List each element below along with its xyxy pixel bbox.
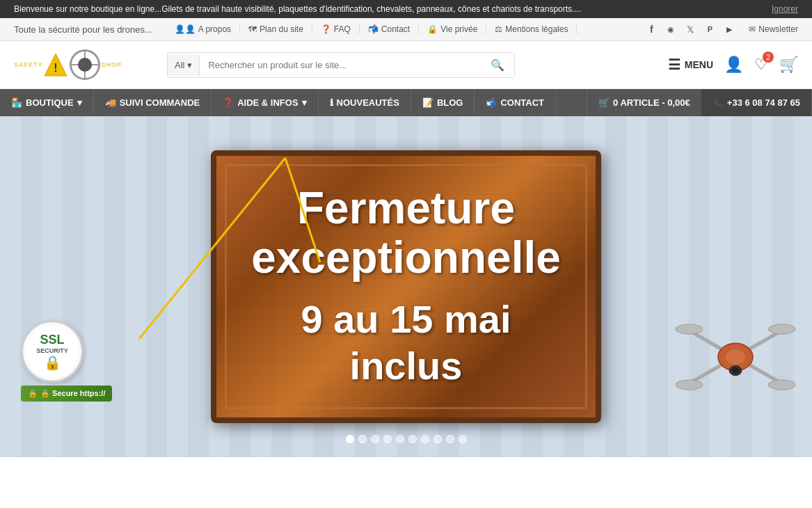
svg-point-15	[732, 367, 740, 374]
nav-link-apropos[interactable]: 👤 A propos	[166, 24, 240, 34]
svg-line-3	[285, 158, 320, 262]
svg-text:!: !	[54, 62, 57, 74]
person-icon: 👤	[724, 56, 743, 73]
shop-icon: 🏪	[11, 97, 22, 108]
carousel-dot-0[interactable]	[346, 435, 354, 443]
facebook-icon[interactable]: f	[644, 22, 658, 36]
crosshair-icon	[70, 49, 100, 80]
search-button[interactable]: 🔍	[481, 53, 514, 77]
shop-text: SHOP	[102, 61, 122, 68]
site-header: SAFETY ! SHOP All ▾ 🔍 ☰ MENU 👤 ♡	[0, 41, 812, 89]
svg-point-11	[768, 380, 795, 390]
cart-icon[interactable]: 🛒	[779, 56, 798, 74]
svg-line-2	[139, 158, 285, 339]
secure-https-badge: 🔒 🔒 Secure https://	[21, 386, 112, 402]
main-navigation: 🏪 BOUTIQUE ▾ 🚚 SUIVI COMMANDE ❓ AIDE & I…	[0, 89, 812, 116]
carousel-dot-9[interactable]	[459, 435, 467, 443]
nav-link-vie-privee[interactable]: 🔒 Vie privée	[419, 24, 486, 34]
lock-secure-icon: 🔒	[28, 389, 38, 398]
carousel-dot-6[interactable]	[421, 435, 429, 443]
account-icon[interactable]: 👤	[724, 56, 743, 74]
info-icon: ❓	[223, 97, 234, 108]
truck-icon: 🚚	[105, 97, 116, 108]
nav-link-mentions[interactable]: ⚖ Mentions légales	[486, 24, 577, 34]
gavel-icon: ⚖	[495, 24, 502, 34]
carousel-dot-1[interactable]	[358, 435, 367, 443]
svg-point-9	[768, 324, 795, 334]
ignore-button[interactable]: Ignorer	[772, 4, 798, 14]
star-icon: ℹ	[330, 97, 333, 108]
secondary-nav: Toute la sécurité pour les drones... 👤 A…	[0, 18, 812, 41]
svg-point-10	[676, 380, 703, 390]
user-icon: 👤	[175, 24, 196, 34]
search-category-dropdown[interactable]: All ▾	[168, 54, 200, 76]
site-tagline: Toute la sécurité pour les drones...	[14, 24, 152, 35]
secondary-nav-links: 👤 A propos 🗺 Plan du site ❓ FAQ 📬 Contac…	[166, 24, 645, 34]
nav-nouveautes[interactable]: ℹ NOUVEAUTÉS	[319, 89, 411, 116]
contact-nav-icon: 📬	[486, 97, 497, 108]
svg-point-13	[726, 349, 745, 364]
triangle-pointer	[104, 137, 341, 360]
pinterest-icon[interactable]: P	[703, 22, 717, 36]
cart-nav-icon: 🛒	[598, 97, 610, 108]
map-icon: 🗺	[248, 24, 257, 34]
carousel-dot-2[interactable]	[371, 435, 379, 443]
dropdown-arrow-boutique: ▾	[77, 97, 82, 108]
logo-image: SAFETY ! SHOP	[14, 49, 122, 80]
shopping-cart-icon: 🛒	[779, 56, 798, 73]
envelope-icon: ✉	[749, 24, 756, 34]
search-bar: All ▾ 🔍	[167, 52, 515, 78]
search-input[interactable]	[200, 54, 481, 76]
nav-link-faq[interactable]: ❓ FAQ	[312, 24, 360, 34]
nav-link-contact[interactable]: 📬 Contact	[360, 24, 419, 34]
twitter-icon[interactable]: 𝕏	[683, 22, 697, 36]
lock-icon: 🔒	[427, 24, 438, 34]
youtube-icon[interactable]: ▶	[722, 22, 736, 36]
carousel-dot-4[interactable]	[396, 435, 404, 443]
nav-suivi[interactable]: 🚚 SUIVI COMMANDE	[94, 89, 212, 116]
menu-button[interactable]: ☰ MENU	[668, 56, 713, 73]
nav-link-plan[interactable]: 🗺 Plan du site	[240, 24, 312, 34]
ssl-circle: SSL SECURITY 🔒	[21, 320, 83, 383]
announcement-text: Bienvenue sur notre boutique en ligne...…	[14, 4, 581, 14]
ssl-security-label: SECURITY	[36, 347, 68, 354]
wishlist-badge: 2	[763, 51, 774, 63]
ssl-label: SSL	[40, 333, 64, 347]
warning-sign-icon: !	[43, 52, 68, 77]
drone-illustration	[673, 301, 798, 415]
nav-blog[interactable]: 📝 BLOG	[411, 89, 475, 116]
nav-cart[interactable]: 🛒 0 ARTICLE - 0,00€	[587, 89, 701, 116]
nav-aide[interactable]: ❓ AIDE & INFOS ▾	[212, 89, 318, 116]
carousel-dots	[346, 435, 467, 443]
header-icons: ☰ MENU 👤 ♡ 2 🛒	[668, 56, 798, 74]
newsletter-link[interactable]: ✉ Newsletter	[749, 24, 798, 34]
dropdown-arrow-aide: ▾	[302, 97, 307, 108]
hero-section: SSL SECURITY 🔒 🔒 🔒 Secure https:// Ferme…	[0, 116, 812, 457]
carousel-dot-8[interactable]	[446, 435, 454, 443]
contact-icon: 📬	[368, 24, 379, 34]
instagram-icon[interactable]: ◉	[664, 22, 678, 36]
question-icon: ❓	[321, 24, 331, 34]
carousel-dot-3[interactable]	[383, 435, 392, 443]
chevron-down-icon: ▾	[187, 60, 192, 70]
blog-icon: 📝	[422, 97, 433, 108]
nav-phone[interactable]: 📞 +33 6 08 74 87 65	[701, 89, 812, 116]
nav-boutique[interactable]: 🏪 BOUTIQUE ▾	[0, 89, 94, 116]
svg-point-8	[676, 324, 703, 334]
social-links: f ◉ 𝕏 P ▶ ✉ Newsletter	[644, 22, 798, 36]
logo[interactable]: SAFETY ! SHOP	[14, 49, 153, 80]
hamburger-icon: ☰	[668, 56, 680, 73]
wishlist-icon[interactable]: ♡ 2	[754, 56, 768, 74]
nav-contact[interactable]: 📬 CONTACT	[475, 89, 556, 116]
safety-text: SAFETY	[14, 61, 43, 68]
drone-svg	[673, 301, 798, 413]
carousel-dot-5[interactable]	[408, 435, 417, 443]
phone-icon: 📞	[713, 97, 724, 108]
announcement-bar: Bienvenue sur notre boutique en ligne...…	[0, 0, 812, 18]
ssl-badge: SSL SECURITY 🔒 🔒 🔒 Secure https://	[21, 320, 112, 402]
carousel-dot-7[interactable]	[433, 435, 442, 443]
